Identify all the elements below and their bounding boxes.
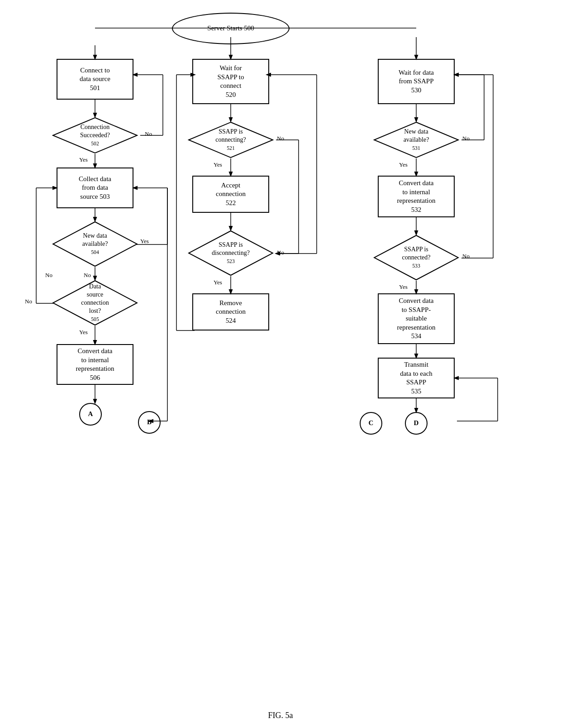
node-522: Acceptconnection522: [192, 176, 269, 213]
node-534: Convert datato SSAPP-suitablerepresentat…: [378, 293, 455, 344]
label-523-no: No: [277, 249, 284, 256]
node-506: Convert datato internalrepresentation506: [57, 344, 133, 385]
figure-caption: FIG. 5a: [0, 711, 561, 720]
node-533: SSAPP isconnected?533: [373, 235, 459, 281]
label-504-no: No: [45, 272, 52, 279]
label-531-no: No: [462, 135, 470, 142]
label-523-yes: Yes: [214, 279, 222, 286]
label-533-yes: Yes: [399, 283, 408, 291]
label-502-no: No: [145, 130, 152, 138]
label-533-no: No: [462, 253, 470, 260]
node-535: Transmitdata to eachSSAPP535: [378, 358, 455, 398]
label-531-yes: Yes: [399, 161, 408, 168]
node-520: Wait forSSAPP toconnect520: [192, 59, 269, 104]
node-503: Collect datafrom datasource 503: [57, 168, 133, 208]
label-521-no: No: [277, 135, 284, 142]
connector-A: A: [79, 403, 102, 426]
connector-B: B: [138, 411, 161, 434]
node-server-starts: Server Starts 500: [172, 13, 290, 44]
node-502: ConnectionSucceeded?502: [52, 117, 138, 154]
node-501: Connect todata source501: [57, 59, 133, 100]
label-504-no2: No: [84, 272, 91, 279]
node-523: SSAPP isdisconnecting?523: [188, 230, 274, 276]
node-531: New dataavailable?531: [373, 121, 459, 158]
node-504: New dataavailable?504: [52, 221, 138, 267]
flowchart-diagram: Server Starts 500 Connect todata source5…: [0, 0, 561, 706]
node-530: Wait for datafrom SSAPP530: [378, 59, 455, 104]
connector-C: C: [360, 412, 382, 435]
label-505-yes: Yes: [79, 329, 88, 336]
label-502-yes: Yes: [79, 156, 88, 163]
node-505: Datasourceconnectionlost?505: [52, 280, 138, 326]
label-521-yes: Yes: [214, 161, 222, 168]
connector-D: D: [405, 412, 428, 435]
label-505-no: No: [25, 298, 32, 305]
node-521: SSAPP isconnecting?521: [188, 121, 274, 158]
label-504-yes: Yes: [140, 238, 149, 245]
node-532: Convert datato internalrepresentation532: [378, 176, 455, 217]
node-524: Removeconnection524: [192, 293, 269, 330]
